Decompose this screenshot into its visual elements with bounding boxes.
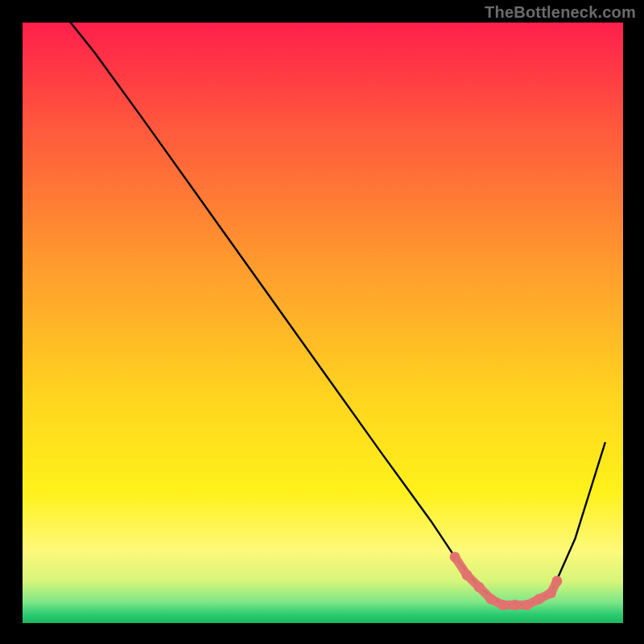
highlight-dot [551,576,562,586]
highlight-dot [485,594,496,605]
highlight-dot [510,600,520,610]
highlight-dot [546,588,556,598]
highlight-dot [522,600,532,610]
highlight-dot [462,570,473,580]
highlight-dot [450,551,460,562]
highlight-dot [534,594,544,605]
plot-background [23,23,623,623]
watermark-text: TheBottleneck.com [485,3,636,22]
chart-stage: TheBottleneck.com [0,0,644,644]
chart-svg [0,0,644,644]
highlight-dot [497,600,508,610]
highlight-dot [474,582,485,592]
